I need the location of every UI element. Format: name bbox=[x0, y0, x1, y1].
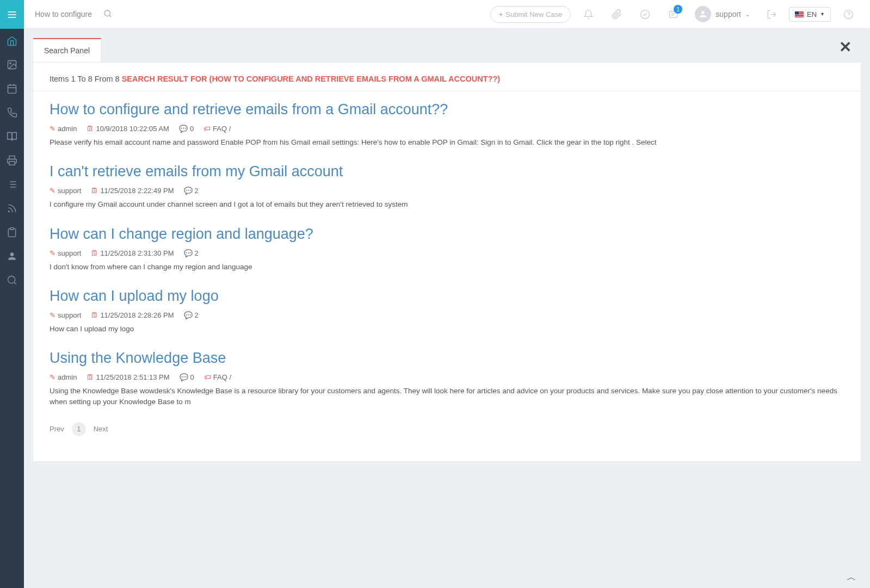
result-title[interactable]: How can I change region and language? bbox=[50, 226, 844, 243]
results-list: How to configure and retrieve emails fro… bbox=[33, 91, 861, 413]
us-flag-icon bbox=[795, 11, 804, 17]
scroll-to-top[interactable]: ︿ bbox=[847, 571, 856, 584]
notifications-button[interactable] bbox=[577, 3, 599, 25]
nav-clipboard[interactable] bbox=[0, 220, 24, 244]
pencil-icon: ✎ bbox=[50, 125, 55, 133]
result-title[interactable]: I can't retrieve emails from my Gmail ac… bbox=[50, 163, 844, 180]
submit-case-button[interactable]: + Submit New Case bbox=[490, 6, 571, 23]
svg-point-18 bbox=[8, 276, 15, 283]
logout-button[interactable] bbox=[761, 3, 782, 25]
home-icon bbox=[7, 35, 17, 46]
comment-icon: 💬 bbox=[184, 249, 193, 257]
nav-rss[interactable] bbox=[0, 196, 24, 220]
svg-point-27 bbox=[844, 10, 853, 18]
result-title[interactable]: Using the Knowledge Base bbox=[50, 350, 844, 367]
search-input[interactable] bbox=[35, 10, 94, 18]
svg-line-21 bbox=[109, 15, 111, 17]
language-label: EN bbox=[807, 10, 817, 18]
pencil-icon: ✎ bbox=[50, 249, 55, 257]
search-result: Using the Knowledge Base✎admin🗓11/25/201… bbox=[33, 340, 861, 413]
result-snippet: Using the Knowledge Base wowdesk's Knowl… bbox=[50, 386, 844, 408]
result-date: 🗓11/25/2018 2:28:26 PM bbox=[91, 311, 174, 319]
help-icon bbox=[843, 9, 854, 20]
pagination-prev[interactable]: Prev bbox=[50, 425, 64, 433]
comment-icon: 💬 bbox=[184, 311, 193, 319]
svg-point-22 bbox=[640, 10, 649, 18]
nav-user[interactable] bbox=[0, 244, 24, 268]
attachments-button[interactable] bbox=[606, 3, 627, 25]
plus-icon: + bbox=[499, 10, 503, 18]
nav-list[interactable] bbox=[0, 172, 24, 196]
pagination-page[interactable]: 1 bbox=[72, 422, 86, 436]
nav-book[interactable] bbox=[0, 125, 24, 148]
tabs: Search Panel bbox=[33, 38, 861, 63]
tab-search-panel[interactable]: Search Panel bbox=[33, 38, 101, 62]
nav-phone[interactable] bbox=[0, 101, 24, 125]
bell-icon bbox=[583, 9, 594, 20]
result-title[interactable]: How can I upload my logo bbox=[50, 288, 844, 305]
result-snippet: I configure my Gmail account under chann… bbox=[50, 199, 844, 210]
calendar-icon: 🗓 bbox=[91, 187, 98, 195]
result-date: 🗓11/25/2018 2:31:30 PM bbox=[91, 249, 174, 257]
rss-icon bbox=[7, 203, 17, 214]
svg-rect-9 bbox=[9, 162, 15, 165]
close-button[interactable]: ✕ bbox=[839, 38, 852, 56]
result-title[interactable]: How to configure and retrieve emails fro… bbox=[50, 101, 844, 118]
results-count: Items 1 To 8 From 8 bbox=[50, 75, 122, 83]
result-comments: 💬2 bbox=[184, 311, 199, 319]
menu-toggle[interactable] bbox=[0, 0, 24, 29]
result-snippet: Please verify his email account name and… bbox=[50, 137, 844, 148]
clipboard-icon bbox=[7, 227, 17, 238]
svg-point-20 bbox=[104, 10, 110, 16]
pencil-icon: ✎ bbox=[50, 311, 55, 319]
result-comments: 💬2 bbox=[184, 249, 199, 257]
comment-icon: 💬 bbox=[179, 125, 188, 133]
nav-home[interactable] bbox=[0, 29, 24, 53]
nav-search[interactable] bbox=[0, 268, 24, 292]
svg-rect-5 bbox=[8, 85, 16, 93]
search-result: How to configure and retrieve emails fro… bbox=[33, 91, 861, 153]
result-meta: ✎support🗓11/25/2018 2:31:30 PM💬2 bbox=[50, 249, 844, 257]
comment-icon: 💬 bbox=[180, 373, 188, 381]
caret-down-icon: ▼ bbox=[820, 11, 825, 17]
tag-icon: 🏷 bbox=[203, 125, 211, 133]
nav-image[interactable] bbox=[0, 53, 24, 77]
chevron-down-icon: ⌄ bbox=[745, 11, 750, 17]
avatar bbox=[695, 6, 711, 22]
result-comments: 💬0 bbox=[179, 125, 194, 133]
username: support bbox=[715, 10, 741, 18]
messages-button[interactable]: 1 bbox=[662, 3, 684, 25]
result-snippet: How can I upload my logo bbox=[50, 324, 844, 335]
result-author: ✎support bbox=[50, 249, 81, 257]
search-button[interactable] bbox=[100, 6, 115, 23]
results-header: Items 1 To 8 From 8 SEARCH RESULT FOR (H… bbox=[33, 63, 861, 91]
result-author: ✎support bbox=[50, 187, 81, 195]
language-selector[interactable]: EN ▼ bbox=[789, 7, 831, 22]
messages-badge: 1 bbox=[674, 5, 682, 14]
user-menu[interactable]: support ⌄ bbox=[695, 6, 750, 22]
paperclip-icon bbox=[612, 9, 622, 20]
calendar-icon: 🗓 bbox=[87, 125, 94, 133]
result-meta: ✎support🗓11/25/2018 2:28:26 PM💬2 bbox=[50, 311, 844, 319]
result-tag: 🏷FAQ / bbox=[204, 373, 231, 381]
result-snippet: I don't know from where can I change my … bbox=[50, 262, 844, 273]
search-panel: Search Panel Items 1 To 8 From 8 SEARCH … bbox=[33, 38, 861, 461]
nav-print[interactable] bbox=[0, 148, 24, 172]
result-meta: ✎admin🗓10/9/2018 10:22:05 AM💬0🏷FAQ / bbox=[50, 125, 844, 133]
calendar-icon: 🗓 bbox=[91, 311, 98, 319]
user-icon bbox=[7, 251, 17, 262]
tasks-button[interactable] bbox=[634, 3, 656, 25]
result-author: ✎support bbox=[50, 311, 81, 319]
image-icon bbox=[7, 59, 17, 70]
result-comments: 💬0 bbox=[180, 373, 194, 381]
calendar-icon: 🗓 bbox=[91, 249, 98, 257]
svg-point-4 bbox=[10, 63, 11, 64]
result-date: 🗓10/9/2018 10:22:05 AM bbox=[87, 125, 169, 133]
nav-calendar[interactable] bbox=[0, 77, 24, 101]
pagination-next[interactable]: Next bbox=[94, 425, 108, 433]
help-button[interactable] bbox=[837, 3, 859, 25]
comment-icon: 💬 bbox=[184, 187, 193, 195]
phone-icon bbox=[7, 107, 17, 118]
sidebar bbox=[0, 0, 24, 588]
tag-icon: 🏷 bbox=[204, 373, 211, 381]
